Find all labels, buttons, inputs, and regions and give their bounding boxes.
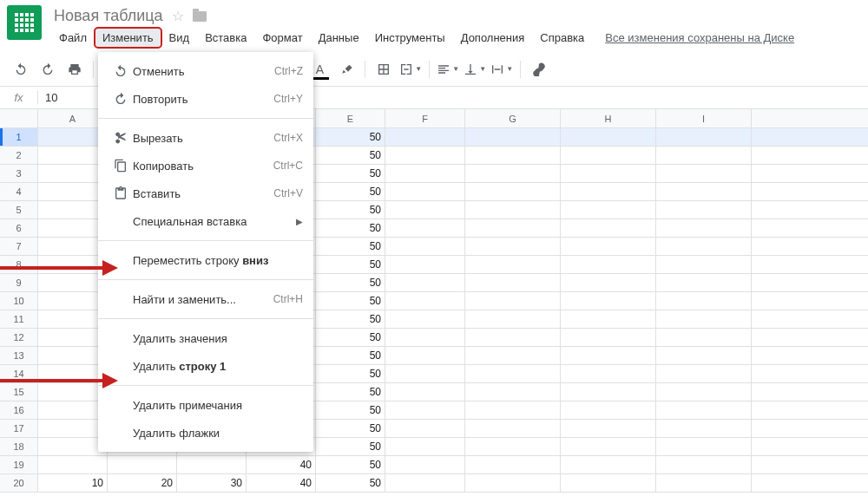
- cell[interactable]: [385, 147, 465, 164]
- cell[interactable]: [385, 401, 465, 419]
- cell[interactable]: [561, 292, 656, 310]
- cell[interactable]: 50: [316, 183, 385, 200]
- cell[interactable]: [38, 438, 108, 455]
- sheets-logo[interactable]: [7, 5, 42, 40]
- formula-input[interactable]: 10: [38, 91, 57, 104]
- cell[interactable]: [38, 310, 108, 328]
- row-header[interactable]: 20: [0, 474, 38, 492]
- fill-color-button[interactable]: [334, 57, 358, 82]
- cell[interactable]: [385, 274, 465, 291]
- cell[interactable]: [385, 238, 465, 255]
- cell[interactable]: [385, 310, 465, 328]
- row-header[interactable]: 3: [0, 165, 38, 182]
- cell[interactable]: [561, 438, 656, 455]
- menu-help[interactable]: Справка: [533, 29, 591, 47]
- menu-tools[interactable]: Инструменты: [368, 29, 452, 47]
- cell[interactable]: 50: [316, 365, 385, 382]
- cell[interactable]: [465, 292, 561, 310]
- cell[interactable]: [385, 420, 465, 437]
- cell[interactable]: [465, 201, 561, 219]
- menu-data[interactable]: Данные: [312, 29, 366, 47]
- cell[interactable]: [38, 201, 108, 219]
- cell[interactable]: [385, 365, 465, 382]
- undo-button[interactable]: [9, 57, 33, 82]
- cell[interactable]: [656, 474, 752, 492]
- cell[interactable]: [38, 238, 108, 255]
- row-header[interactable]: 5: [0, 201, 38, 219]
- cell[interactable]: [38, 383, 108, 401]
- cell[interactable]: [38, 165, 108, 182]
- cell[interactable]: [561, 147, 656, 164]
- cell[interactable]: [561, 365, 656, 382]
- cell[interactable]: 50: [316, 347, 385, 364]
- cell[interactable]: [656, 365, 752, 382]
- cell[interactable]: [465, 329, 561, 346]
- cell[interactable]: [561, 256, 656, 273]
- cell[interactable]: 50: [316, 292, 385, 310]
- cell[interactable]: [38, 274, 108, 291]
- cell[interactable]: [656, 201, 752, 219]
- menu-addons[interactable]: Дополнения: [454, 29, 532, 47]
- cell[interactable]: [561, 329, 656, 346]
- cell[interactable]: [38, 292, 108, 310]
- cell[interactable]: [656, 401, 752, 419]
- cell[interactable]: 50: [316, 401, 385, 419]
- cell[interactable]: [38, 147, 108, 164]
- row-header[interactable]: 16: [0, 401, 38, 419]
- menu-move-row-down[interactable]: Переместить строку вниз: [98, 246, 313, 274]
- menu-view[interactable]: Вид: [162, 29, 197, 47]
- cell[interactable]: [385, 165, 465, 182]
- cell[interactable]: [656, 310, 752, 328]
- cell[interactable]: 50: [316, 219, 385, 237]
- cell[interactable]: 40: [247, 474, 316, 492]
- cell[interactable]: [385, 347, 465, 364]
- cell[interactable]: 50: [316, 147, 385, 164]
- row-header[interactable]: 9: [0, 274, 38, 291]
- cell[interactable]: [561, 310, 656, 328]
- col-header[interactable]: A: [38, 109, 108, 127]
- cell[interactable]: [465, 474, 561, 492]
- cell[interactable]: 50: [316, 474, 385, 492]
- cell[interactable]: 50: [316, 201, 385, 219]
- row-header[interactable]: 6: [0, 219, 38, 237]
- menu-delete-notes[interactable]: Удалить примечания: [98, 391, 313, 419]
- star-icon[interactable]: ☆: [172, 8, 184, 24]
- menu-paste[interactable]: Вставить Ctrl+V: [98, 179, 313, 207]
- menu-find-replace[interactable]: Найти и заменить... Ctrl+H: [98, 285, 313, 313]
- row-header[interactable]: 15: [0, 383, 38, 401]
- cell[interactable]: 50: [316, 310, 385, 328]
- row-header[interactable]: 2: [0, 147, 38, 164]
- cell[interactable]: 50: [316, 456, 385, 473]
- cell[interactable]: [561, 456, 656, 473]
- cell[interactable]: [656, 329, 752, 346]
- cell[interactable]: [385, 201, 465, 219]
- cell[interactable]: [465, 183, 561, 200]
- cell[interactable]: 50: [316, 165, 385, 182]
- table-row[interactable]: 194050: [0, 456, 868, 474]
- wrap-button[interactable]: ▼: [490, 57, 514, 82]
- cell[interactable]: [561, 183, 656, 200]
- row-header[interactable]: 19: [0, 456, 38, 473]
- cell[interactable]: [385, 256, 465, 273]
- cell[interactable]: [38, 219, 108, 237]
- cell[interactable]: [561, 401, 656, 419]
- cell[interactable]: [385, 474, 465, 492]
- cell[interactable]: [561, 128, 656, 146]
- col-header[interactable]: E: [316, 109, 385, 127]
- redo-button[interactable]: [36, 57, 60, 82]
- cell[interactable]: [38, 420, 108, 437]
- cell[interactable]: [385, 438, 465, 455]
- cell[interactable]: [38, 256, 108, 273]
- cell[interactable]: [465, 420, 561, 437]
- cell[interactable]: [38, 183, 108, 200]
- cell[interactable]: [656, 292, 752, 310]
- menu-delete-row[interactable]: Удалить строку 1: [98, 352, 313, 380]
- cell[interactable]: [465, 165, 561, 182]
- cell[interactable]: [656, 128, 752, 146]
- row-header[interactable]: 1: [0, 128, 38, 146]
- cell[interactable]: 50: [316, 238, 385, 255]
- menu-undo[interactable]: Отменить Ctrl+Z: [98, 57, 313, 85]
- cell[interactable]: [385, 219, 465, 237]
- menu-paste-special[interactable]: Специальная вставка ▶: [98, 207, 313, 235]
- cell[interactable]: [465, 256, 561, 273]
